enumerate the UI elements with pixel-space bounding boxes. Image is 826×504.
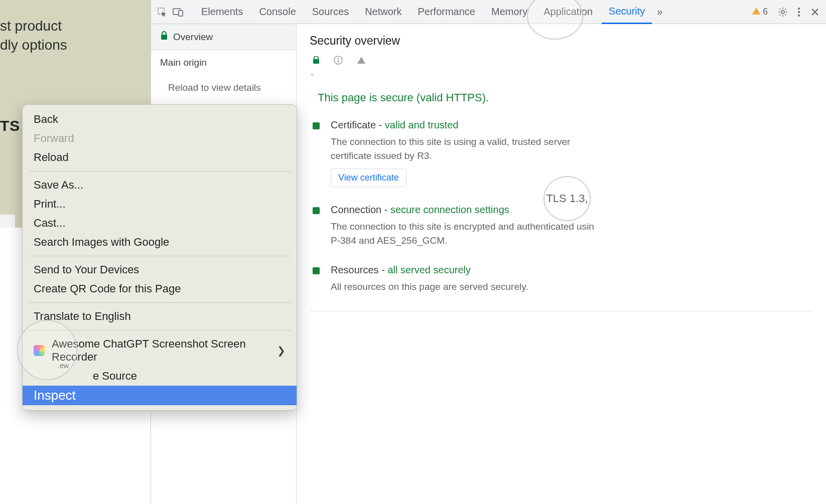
tab-security[interactable]: Security <box>602 0 652 24</box>
overview-title: Security overview <box>310 34 813 48</box>
connection-heading: Connection - secure connection settings <box>331 204 813 216</box>
ctx-separator <box>29 330 291 330</box>
secure-status-line: This page is secure (valid HTTPS). <box>318 91 813 104</box>
sidebar-main-origin[interactable]: Main origin <box>151 50 296 75</box>
sidebar-reload-hint: Reload to view details <box>151 75 296 100</box>
status-info-icon <box>334 56 343 67</box>
tab-network[interactable]: Network <box>358 0 408 24</box>
status-square-icon <box>313 207 320 214</box>
ctx-separator <box>29 302 291 303</box>
tab-sources[interactable]: Sources <box>305 0 356 24</box>
warning-count: 6 <box>763 7 768 17</box>
section-divider <box>310 311 813 311</box>
connection-description: The connection to this site is encrypted… <box>331 220 612 247</box>
chevron-right-icon: ❯ <box>277 345 286 357</box>
svg-rect-8 <box>313 59 319 64</box>
security-main: Security overview ▾ This page is secure … <box>297 24 826 504</box>
ctx-translate[interactable]: Translate to English <box>23 307 297 326</box>
page-strip <box>0 215 15 228</box>
ctx-search-images[interactable]: Search Images with Google <box>23 233 297 252</box>
ctx-print[interactable]: Print... <box>23 195 297 214</box>
inspect-element-icon[interactable] <box>155 5 169 19</box>
page-heading-fragment: TS <box>0 117 20 134</box>
ctx-cast[interactable]: Cast... <box>23 214 297 233</box>
settings-icon[interactable] <box>776 5 790 19</box>
status-square-icon <box>313 122 320 129</box>
status-pointer-icon: ▾ <box>311 71 813 78</box>
ctx-create-qr[interactable]: Create QR Code for this Page <box>23 279 297 298</box>
certificate-section: Certificate - valid and trusted The conn… <box>313 119 813 187</box>
overview-status-icons <box>313 56 813 67</box>
tab-application[interactable]: Application <box>536 0 600 24</box>
sidebar-overview-label: Overview <box>173 32 213 43</box>
issues-counter[interactable]: 6 <box>752 7 768 18</box>
connection-section: Connection - secure connection settings … <box>313 204 813 247</box>
lock-icon <box>160 31 168 43</box>
svg-point-10 <box>338 58 339 59</box>
ctx-separator <box>29 171 291 172</box>
page-text-fragment: st product dly options <box>0 17 67 55</box>
context-menu: Back Forward Reload Save As... Print... … <box>22 104 297 411</box>
ctx-send-to-devices[interactable]: Send to Your Devices <box>23 260 297 279</box>
tab-console[interactable]: Console <box>252 0 303 24</box>
more-tabs-button[interactable]: » <box>654 0 665 24</box>
tab-elements[interactable]: Elements <box>194 0 250 24</box>
kebab-menu-icon[interactable] <box>792 5 806 19</box>
tab-performance[interactable]: Performance <box>411 0 483 24</box>
resources-description: All resources on this page are served se… <box>331 280 612 294</box>
ctx-extension-label: Awesome ChatGPT Screenshot Screen Record… <box>52 338 270 364</box>
ctx-view-source-fragment-top: .ew <box>58 362 69 370</box>
resources-heading: Resources - all served securely <box>331 264 813 276</box>
tab-memory[interactable]: Memory <box>484 0 534 24</box>
certificate-description: The connection to this site is using a v… <box>331 135 612 162</box>
ctx-forward: Forward <box>23 129 297 148</box>
resources-section: Resources - all served securely All reso… <box>313 264 813 294</box>
ctx-inspect[interactable]: Inspect <box>23 386 297 405</box>
view-certificate-button[interactable]: View certificate <box>331 169 406 187</box>
ctx-view-source[interactable]: .ew .ew e Source <box>23 367 297 386</box>
ctx-save-as[interactable]: Save As... <box>23 176 297 195</box>
svg-point-6 <box>798 15 800 17</box>
svg-point-4 <box>798 8 800 10</box>
svg-point-5 <box>798 11 800 13</box>
svg-rect-7 <box>161 35 167 40</box>
ctx-reload[interactable]: Reload <box>23 148 297 167</box>
ctx-separator <box>29 256 291 256</box>
devtools-tabbar: Elements Console Sources Network Perform… <box>151 0 826 24</box>
svg-rect-2 <box>179 11 183 16</box>
warning-icon <box>752 7 761 18</box>
status-warning-icon <box>357 56 366 67</box>
close-devtools-icon[interactable] <box>808 5 822 19</box>
device-toolbar-icon[interactable] <box>171 5 185 19</box>
svg-rect-11 <box>338 60 339 63</box>
ctx-view-source-label: e Source <box>93 370 137 383</box>
ctx-back[interactable]: Back <box>23 110 297 129</box>
certificate-heading: Certificate - valid and trusted <box>331 119 813 131</box>
sidebar-overview[interactable]: Overview <box>151 24 296 50</box>
svg-point-3 <box>781 11 784 14</box>
status-lock-icon <box>313 56 320 67</box>
extension-icon <box>34 345 45 356</box>
status-square-icon <box>313 267 320 274</box>
